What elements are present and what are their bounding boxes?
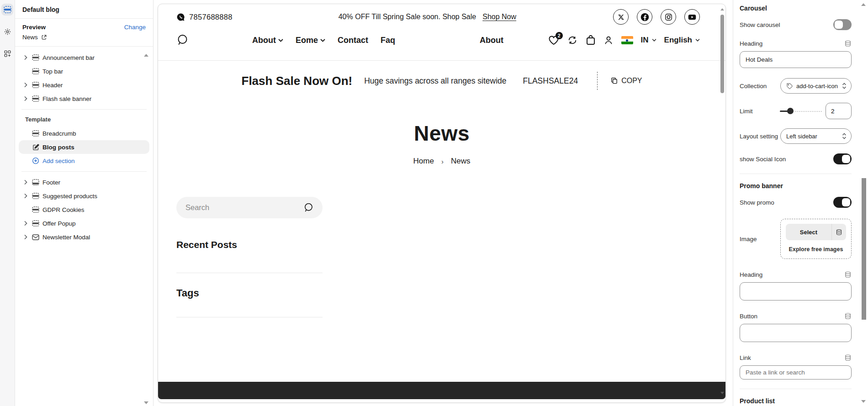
sections-sidebar: Default blog Preview Change News Announc…: [15, 0, 153, 406]
explore-free-images-link[interactable]: Explore free images: [786, 246, 846, 253]
limit-label: Limit: [740, 108, 753, 115]
bag-icon[interactable]: [586, 35, 596, 46]
breadcrumb-home-link[interactable]: Home: [413, 157, 434, 166]
chevron-right-icon[interactable]: [21, 179, 30, 185]
sections-icon: [4, 6, 11, 13]
promo-button-input[interactable]: [740, 324, 852, 342]
flash-sale-code: FLASHSALE24: [523, 76, 578, 86]
theme-settings-button[interactable]: [1, 26, 13, 37]
sidebar-item-flash-sale-banner[interactable]: Flash sale banner: [19, 92, 149, 105]
sidebar-item-footer[interactable]: Footer: [19, 175, 149, 189]
menu-item-contact[interactable]: Contact: [338, 36, 368, 45]
language-select[interactable]: English: [664, 36, 700, 45]
facebook-social-button[interactable]: [637, 9, 652, 25]
divider: [740, 174, 852, 174]
secondary-about-link[interactable]: About: [480, 36, 503, 45]
menu-item-eome[interactable]: Eome: [296, 36, 325, 45]
sidebar-item-gdpr-cookies[interactable]: GDPR Cookies: [19, 203, 149, 216]
promo-link-input[interactable]: [740, 365, 852, 380]
apps-button[interactable]: [1, 47, 13, 59]
sidebar-item-breadcrumb[interactable]: Breadcrumb: [19, 127, 149, 140]
sidebar-item-top-bar[interactable]: Top bar: [19, 64, 149, 78]
preview-page-name: News: [22, 34, 38, 41]
blog-search-box[interactable]: [176, 197, 323, 218]
divider: [21, 171, 147, 172]
dynamic-source-icon[interactable]: [844, 271, 852, 278]
recent-posts-heading: Recent Posts: [176, 239, 323, 250]
phone-contact[interactable]: 7857688888: [176, 13, 233, 21]
dynamic-source-icon[interactable]: [844, 40, 852, 47]
show-social-icon-toggle[interactable]: [833, 153, 852, 164]
product-list-section-title: Product list: [740, 397, 852, 405]
menu-item-about[interactable]: About: [252, 36, 283, 45]
wishlist-button[interactable]: 2: [548, 35, 559, 45]
section-icon: [30, 179, 42, 185]
section-icon: [30, 95, 42, 102]
scroll-down-icon[interactable]: [720, 392, 724, 394]
show-promo-toggle[interactable]: [833, 197, 852, 208]
collection-select[interactable]: add-to-cart-icon: [780, 78, 852, 94]
dynamic-source-icon[interactable]: [831, 224, 846, 240]
layout-setting-select[interactable]: Left sidebar: [780, 128, 852, 144]
show-carousel-toggle[interactable]: [833, 19, 852, 30]
sidebar-item-label: Newsletter Modal: [42, 234, 90, 241]
scrollbar-thumb[interactable]: [720, 15, 724, 93]
sidebar-item-header[interactable]: Header: [19, 78, 149, 92]
sidebar-scroll-down-icon[interactable]: [144, 401, 148, 404]
dynamic-source-icon[interactable]: [844, 312, 852, 320]
promo-heading-input[interactable]: [740, 282, 852, 301]
slider-handle[interactable]: [787, 108, 794, 114]
chevron-down-icon: [320, 39, 325, 42]
settings-panel: Carousel Show carousel Heading Collectio…: [733, 0, 868, 406]
carousel-section-title: Carousel: [740, 5, 852, 12]
x-social-button[interactable]: [613, 9, 629, 25]
user-icon[interactable]: [603, 35, 614, 46]
compare-refresh-icon[interactable]: [567, 35, 578, 45]
add-section-button[interactable]: Add section: [19, 154, 149, 168]
limit-slider[interactable]: [780, 107, 822, 115]
blog-search-input[interactable]: [185, 203, 303, 212]
scroll-up-icon[interactable]: [720, 8, 724, 11]
youtube-social-button[interactable]: [684, 9, 700, 25]
scroll-down-icon[interactable]: [861, 400, 866, 403]
preview-block: Preview Change News: [15, 19, 153, 47]
sidebar-item-offer-popup[interactable]: Offer Popup: [19, 216, 149, 230]
search-icon[interactable]: [176, 34, 188, 47]
section-icon: [30, 54, 42, 61]
settings-scrollbar[interactable]: [861, 0, 867, 406]
change-preview-link[interactable]: Change: [124, 24, 146, 31]
limit-value-input[interactable]: [826, 103, 852, 119]
carousel-heading-input[interactable]: [740, 51, 852, 68]
image-select-button[interactable]: Select: [786, 224, 846, 240]
copy-code-button[interactable]: COPY: [610, 77, 642, 85]
flash-sale-title: Flash Sale Now On!: [242, 74, 353, 88]
search-icon[interactable]: [303, 202, 313, 213]
chevron-right-icon[interactable]: [21, 82, 30, 88]
chevron-right-icon[interactable]: [21, 193, 30, 199]
chevron-right-icon[interactable]: [21, 96, 30, 101]
shop-now-link[interactable]: Shop Now: [482, 13, 516, 21]
social-links: [613, 9, 700, 25]
scrollbar-thumb[interactable]: [862, 178, 866, 320]
sidebar-item-newsletter-modal[interactable]: Newsletter Modal: [19, 230, 149, 244]
flash-sale-banner: Flash Sale Now On! Huge savings across a…: [158, 61, 725, 97]
sidebar-item-suggested-products[interactable]: Suggested products: [19, 189, 149, 203]
announcement-text: 40% OFF Till Spring Sale soon. Shop Sale: [339, 13, 476, 21]
template-heading: Template: [19, 113, 149, 127]
instagram-social-button[interactable]: [661, 9, 676, 25]
chevron-right-icon[interactable]: [21, 234, 30, 240]
chevron-right-icon[interactable]: [21, 55, 30, 60]
image-label: Image: [740, 236, 757, 243]
sections-tab-button[interactable]: [1, 4, 13, 16]
external-link-icon[interactable]: [41, 34, 47, 40]
preview-scrollbar[interactable]: [720, 4, 725, 402]
country-select[interactable]: IN: [641, 36, 656, 45]
sidebar-scroll-up-icon[interactable]: [144, 54, 148, 57]
sidebar-item-blog-posts[interactable]: Blog posts: [19, 140, 149, 154]
scroll-up-icon[interactable]: [861, 3, 866, 6]
chevron-down-icon: [652, 39, 656, 42]
dynamic-source-icon[interactable]: [844, 354, 852, 361]
sidebar-item-announcement-bar[interactable]: Announcement bar: [19, 51, 149, 64]
chevron-right-icon[interactable]: [21, 221, 30, 226]
menu-item-faq[interactable]: Faq: [381, 36, 395, 45]
